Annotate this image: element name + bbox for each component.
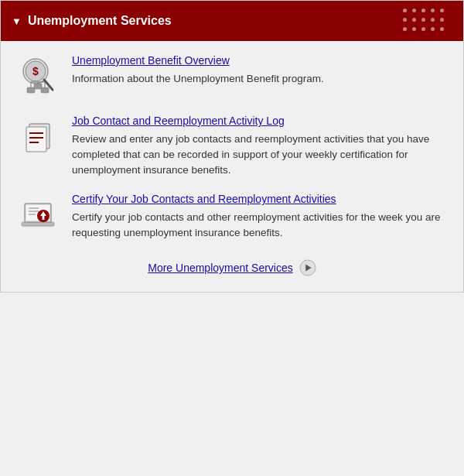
arrow-right-icon xyxy=(299,259,316,276)
dot-grid-decoration xyxy=(403,9,446,33)
service-item-activity-log: Job Contact and Reemployment Activity Lo… xyxy=(15,114,449,178)
service-content-activity-log: Job Contact and Reemployment Activity Lo… xyxy=(72,114,449,178)
svg-rect-12 xyxy=(26,127,46,152)
svg-rect-5 xyxy=(41,87,49,93)
service-item-benefit-overview: $ Unemployment Benefit Overview Informat… xyxy=(15,53,449,100)
certify-desc: Certify your job contacts and other reem… xyxy=(72,210,449,241)
unemployment-services-widget: ▼ Unemployment Services $ xyxy=(0,0,464,293)
svg-rect-4 xyxy=(27,87,35,93)
activity-log-desc: Review and enter any job contacts and re… xyxy=(72,132,449,179)
service-item-certify: Certify Your Job Contacts and Reemployme… xyxy=(15,192,449,241)
service-content-benefit-overview: Unemployment Benefit Overview Informatio… xyxy=(72,53,449,87)
activity-log-link[interactable]: Job Contact and Reemployment Activity Lo… xyxy=(72,115,285,127)
widget-body: $ Unemployment Benefit Overview Informat… xyxy=(1,41,463,292)
benefit-overview-link[interactable]: Unemployment Benefit Overview xyxy=(72,54,230,67)
dollar-search-icon: $ xyxy=(15,53,61,100)
header-left: ▼ Unemployment Services xyxy=(12,14,172,28)
svg-text:$: $ xyxy=(32,65,39,77)
certify-link[interactable]: Certify Your Job Contacts and Reemployme… xyxy=(72,193,336,205)
widget-title: Unemployment Services xyxy=(28,14,172,28)
svg-rect-6 xyxy=(34,84,42,89)
documents-icon xyxy=(15,114,61,160)
collapse-icon[interactable]: ▼ xyxy=(12,15,22,27)
widget-header: ▼ Unemployment Services xyxy=(1,1,463,41)
more-services-link[interactable]: More Unemployment Services xyxy=(148,262,293,274)
footer-row: More Unemployment Services xyxy=(15,255,449,279)
benefit-overview-desc: Information about the Unemployment Benef… xyxy=(72,71,449,87)
certify-icon xyxy=(15,192,61,238)
service-content-certify: Certify Your Job Contacts and Reemployme… xyxy=(72,192,449,241)
